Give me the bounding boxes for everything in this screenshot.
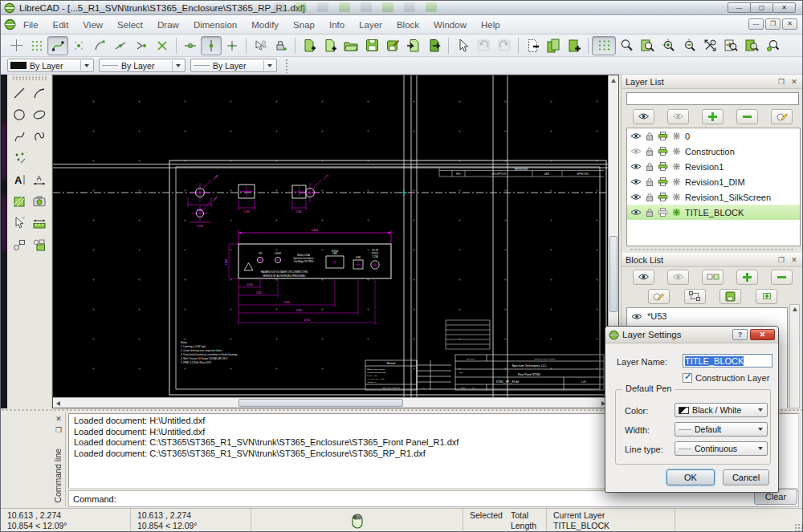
float-dock-icon[interactable]: ❐ [54,425,64,435]
close-panel-icon[interactable]: ✕ [789,255,800,265]
layer-construction-icon[interactable] [672,162,681,171]
polyline-tool-button[interactable] [30,127,49,145]
pen-color-combobox[interactable]: By Layer [7,59,94,72]
float-panel-icon[interactable]: ❐ [776,77,787,87]
snap-entity-button[interactable] [110,36,131,55]
import-button[interactable] [403,36,424,55]
add-block-button[interactable] [736,270,758,285]
menu-info[interactable]: Info [322,18,352,32]
layer-lock-icon[interactable] [646,208,654,217]
layer-construction-icon[interactable] [672,147,681,156]
block-edit-tool-button[interactable] [30,235,49,254]
snap-distance-button[interactable] [222,36,243,55]
edit-block-attributes-button[interactable] [648,289,670,304]
save-block-button[interactable] [719,289,741,304]
layer-print-icon[interactable] [658,147,668,156]
redo-button[interactable] [494,36,515,55]
layer-print-icon[interactable] [658,193,668,201]
zoom-window-button[interactable] [637,36,658,55]
circle-tool-button[interactable] [10,105,29,124]
layer-row[interactable]: Construction [627,144,800,159]
pen-linetype-combobox[interactable]: By Layer [190,59,277,72]
width-combobox[interactable]: Default [675,422,768,437]
text-tool-button[interactable]: A [10,170,29,189]
hide-all-blocks-button[interactable] [667,270,689,285]
dock-splitter[interactable] [630,248,796,251]
drawing-canvas[interactable]: REVISIONS REV DESCRIPTION DATE APPROVED [52,75,619,408]
horizontal-scrollbar[interactable] [53,397,609,408]
show-all-layers-button[interactable] [633,109,654,124]
paste-button[interactable] [564,36,585,55]
menu-dimension[interactable]: Dimension [186,18,244,32]
measure-tool-button[interactable] [30,213,49,232]
zoom-page-button[interactable] [741,36,762,55]
horizontal-scroll-thumb[interactable] [238,399,403,407]
block-create-tool-button[interactable] [10,235,29,254]
layer-print-icon[interactable] [658,177,668,186]
export-button[interactable] [424,36,445,55]
dimension-tool-button[interactable]: A [30,170,49,189]
points-tool-button[interactable] [10,148,30,167]
save-button[interactable] [361,36,382,55]
grid-points-button[interactable] [26,36,47,55]
snap-intersection-button[interactable] [152,36,173,55]
selection-pointer-button[interactable] [452,36,473,55]
new-document-button[interactable] [299,36,320,55]
layer-visible-icon[interactable] [630,209,642,216]
menu-edit[interactable]: Edit [46,18,76,32]
layer-row[interactable]: Revision1 [627,159,800,174]
select-tool-button[interactable] [10,213,29,232]
layer-print-icon[interactable] [658,132,668,140]
insert-block-button[interactable] [756,289,777,304]
hide-all-layers-button[interactable] [667,109,689,124]
remove-layer-button[interactable] [736,109,758,124]
close-document-button[interactable] [522,36,543,55]
close-dock-icon[interactable]: ✕ [54,414,64,424]
color-combobox[interactable]: Black / White [675,403,768,417]
layer-lock-icon[interactable] [646,177,654,186]
layer-hidden-icon[interactable] [630,148,642,155]
mdi-minimize-button[interactable]: — [748,18,764,30]
menu-snap[interactable]: Snap [286,18,322,32]
menu-block[interactable]: Block [389,18,426,32]
snap-grid-button[interactable] [68,36,89,55]
zoom-pan-button[interactable] [762,36,783,55]
menu-layer[interactable]: Layer [352,18,389,32]
arc-tool-button[interactable] [30,83,49,102]
block-visible-icon[interactable] [631,313,642,320]
menu-window[interactable]: Window [426,18,474,32]
toggle-block-visibility-button[interactable] [702,270,724,285]
menu-file[interactable]: File [16,18,46,32]
layer-row[interactable]: 0 [627,128,800,144]
zoom-previous-button[interactable] [720,36,741,55]
hatch-tool-button[interactable] [10,192,29,210]
save-as-button[interactable] [382,36,403,55]
layer-lock-icon[interactable] [646,147,654,156]
layer-print-off-icon[interactable] [658,208,668,217]
layer-row-selected[interactable]: TITLE_BLOCK [627,205,800,220]
zoom-out-button[interactable] [679,36,699,55]
linetype-combobox[interactable]: Continuous [675,441,768,456]
cancel-button[interactable]: Cancel [723,469,769,485]
minimize-button[interactable]: — [728,2,751,13]
layer-visible-icon[interactable] [630,132,642,140]
show-all-blocks-button[interactable] [633,270,654,285]
snap-auto-button[interactable] [201,36,222,55]
layer-visible-icon[interactable] [630,178,642,185]
layer-visible-icon[interactable] [630,193,642,201]
command-input[interactable] [120,493,798,506]
layer-lock-icon[interactable] [646,193,654,201]
zoom-button[interactable] [616,36,637,55]
mdi-close-button[interactable]: ✕ [782,18,797,30]
lock-relative-zero-button[interactable] [271,36,291,55]
new-from-template-button[interactable] [320,36,340,55]
mdi-restore-button[interactable]: ❐ [765,18,781,30]
grid-toggle-button[interactable] [592,36,616,55]
spline-tool-button[interactable] [10,127,29,145]
menu-view[interactable]: View [75,18,110,32]
menu-draw[interactable]: Draw [150,18,186,32]
zoom-in-button[interactable] [658,36,679,55]
layer-row[interactable]: Revision1_DIM [627,174,800,189]
remove-block-button[interactable] [771,270,793,285]
edit-layer-button[interactable] [771,109,793,124]
